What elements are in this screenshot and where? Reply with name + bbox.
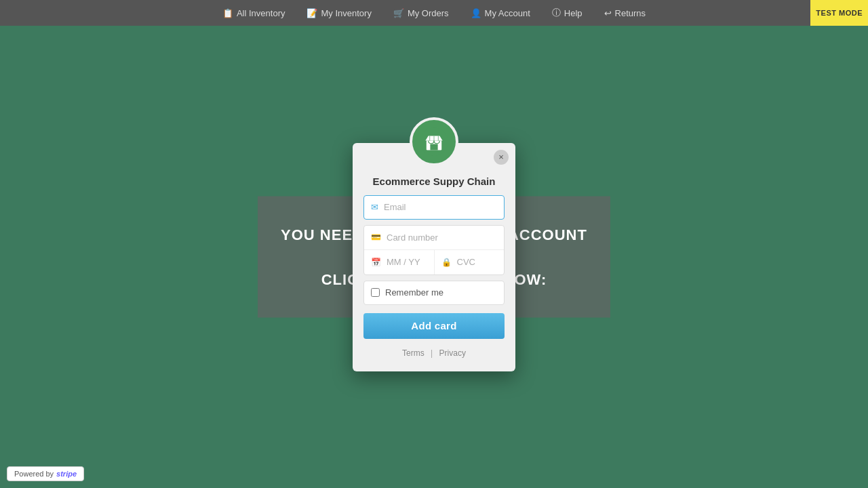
email-icon: ✉ <box>371 202 378 212</box>
cvc-placeholder: CVC <box>457 257 475 267</box>
expiry-placeholder: MM / YY <box>387 257 420 267</box>
modal-footer: Terms | Privacy <box>353 348 515 358</box>
card-number-field[interactable]: 💳 Card number <box>364 226 504 250</box>
store-logo-inner <box>416 124 452 159</box>
remember-me-checkbox[interactable] <box>371 288 380 297</box>
modal-logo <box>410 117 458 166</box>
my-orders-icon: 🛒 <box>393 8 404 18</box>
payment-modal: × Ecommerce Suppy Chain ✉ 💳 Card num <box>353 143 515 371</box>
nav-help[interactable]: ⓘ Help <box>552 7 583 19</box>
remember-me-label[interactable]: Remember me <box>385 287 443 298</box>
remember-me-wrapper: Remember me <box>363 281 505 305</box>
nav-my-inventory-label: My Inventory <box>321 8 371 18</box>
add-card-button[interactable]: Add card <box>363 313 505 339</box>
navbar: 📋 All Inventory 📝 My Inventory 🛒 My Orde… <box>0 0 868 26</box>
test-mode-badge: TEST MODE <box>810 0 868 26</box>
my-inventory-icon: 📝 <box>307 8 317 18</box>
calendar-icon: 📅 <box>371 258 381 267</box>
email-input[interactable] <box>384 202 497 212</box>
nav-returns[interactable]: ↩ Returns <box>604 8 646 18</box>
lock-icon: 🔒 <box>441 258 452 267</box>
modal-overlay: × Ecommerce Suppy Chain ✉ 💳 Card num <box>0 26 868 488</box>
privacy-link[interactable]: Privacy <box>439 348 466 358</box>
terms-link[interactable]: Terms <box>402 348 427 358</box>
svg-rect-2 <box>430 144 437 150</box>
nav-my-inventory[interactable]: 📝 My Inventory <box>307 8 371 18</box>
nav-my-orders[interactable]: 🛒 My Orders <box>393 8 449 18</box>
nav-my-account[interactable]: 👤 My Account <box>471 8 530 18</box>
nav-my-account-label: My Account <box>485 8 530 18</box>
card-expiry-cvc-row: 📅 MM / YY 🔒 CVC <box>364 250 504 274</box>
card-cvc-field[interactable]: 🔒 CVC <box>435 250 505 274</box>
nav-all-inventory[interactable]: 📋 All Inventory <box>222 8 285 18</box>
nav-my-orders-label: My Orders <box>408 8 449 18</box>
all-inventory-icon: 📋 <box>222 8 233 18</box>
main-content: YOU NEED TO SET UP YOUR ACCOUNT FIRST. C… <box>0 26 868 488</box>
nav-returns-label: Returns <box>615 8 646 18</box>
modal-title: Ecommerce Suppy Chain <box>353 176 515 187</box>
email-field-wrapper: ✉ <box>363 195 505 220</box>
card-expiry-field[interactable]: 📅 MM / YY <box>364 250 435 274</box>
returns-icon: ↩ <box>604 8 612 18</box>
card-number-icon: 💳 <box>371 232 381 242</box>
modal-body: ✉ 💳 Card number 📅 MM / YY <box>353 195 515 339</box>
footer-divider: | <box>431 348 433 358</box>
modal-close-button[interactable]: × <box>494 150 509 165</box>
card-group: 💳 Card number 📅 MM / YY 🔒 CVC <box>363 225 505 275</box>
nav-all-inventory-label: All Inventory <box>237 8 285 18</box>
card-number-placeholder: Card number <box>387 232 438 243</box>
my-account-icon: 👤 <box>471 8 481 18</box>
help-icon: ⓘ <box>552 7 561 19</box>
nav-help-label: Help <box>564 8 583 18</box>
